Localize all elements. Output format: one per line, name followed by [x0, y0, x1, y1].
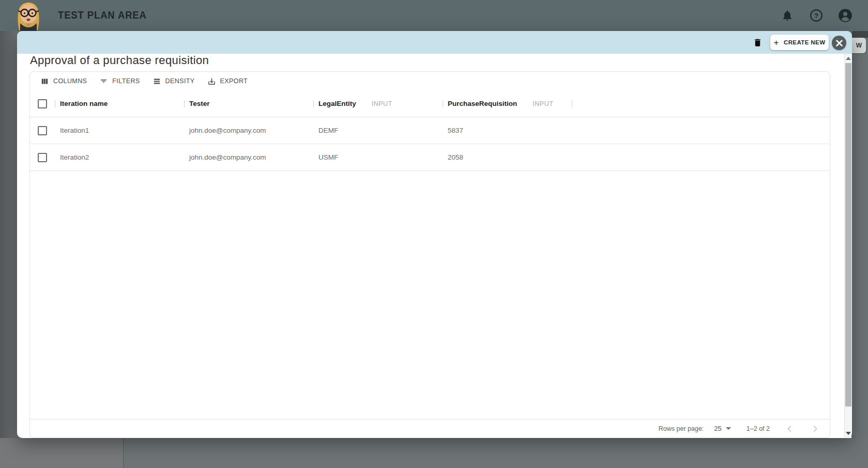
trash-icon: [753, 37, 763, 48]
cell-value: john.doe@company.com: [189, 153, 266, 161]
overlay-scrim-bottom-right: [123, 438, 868, 468]
scrollbar-thumb[interactable]: [845, 63, 851, 407]
filters-button[interactable]: FILTERS: [93, 74, 146, 88]
grid-footer: Rows per page: 25 1–2 of 2: [30, 419, 830, 438]
rows-per-page-value: 25: [714, 425, 721, 432]
cell-iteration-name: Iteration2: [55, 144, 184, 170]
columns-icon: [40, 77, 49, 86]
column-label: LegalEntity: [318, 100, 356, 107]
modal-title: Approval of a purchase requisition: [30, 54, 209, 67]
density-label: DENSITY: [165, 77, 195, 85]
avatar-illustration: [13, 1, 44, 33]
grid-toolbar: COLUMNS FILTERS DENSITY EXPORT: [30, 72, 830, 90]
cell-purchase-requisition: 5837: [443, 117, 572, 144]
export-download-icon: [207, 77, 216, 86]
column-input-badge: INPUT: [532, 100, 553, 107]
cell-value: DEMF: [318, 127, 338, 134]
background-partial-button: W: [852, 38, 866, 53]
table-row[interactable]: Iteration2 john.doe@company.com USMF 205…: [30, 144, 830, 171]
triangle-down-icon: [846, 432, 851, 435]
column-label: Tester: [189, 100, 210, 107]
column-label: PurchaseRequisition: [448, 100, 517, 107]
grid-header-row: Iteration name Tester LegalEntity INPUT …: [30, 90, 830, 117]
previous-page-button[interactable]: [783, 423, 796, 435]
caret-down-icon: [726, 427, 731, 430]
close-icon: [836, 40, 843, 46]
export-label: EXPORT: [220, 77, 248, 85]
density-icon: [153, 77, 161, 86]
header-actions: ?: [780, 0, 852, 31]
rows-per-page-select[interactable]: 25: [714, 425, 730, 432]
notifications-bell-icon[interactable]: [780, 8, 795, 23]
cell-tester: john.doe@company.com: [184, 144, 313, 170]
page-title: TEST PLAN AREA: [58, 9, 147, 21]
overlay-scrim-right: W: [852, 31, 868, 468]
create-new-label: CREATE NEW: [784, 39, 825, 45]
columns-button[interactable]: COLUMNS: [34, 74, 93, 88]
scrollbar-down-arrow[interactable]: [845, 429, 852, 438]
cell-value: USMF: [318, 153, 338, 161]
close-button[interactable]: [832, 36, 846, 50]
cell-tester: john.doe@company.com: [184, 117, 313, 144]
background-partial-button-label: W: [856, 42, 862, 49]
data-grid: COLUMNS FILTERS DENSITY EXPORT: [29, 71, 830, 438]
delete-button[interactable]: [751, 36, 764, 49]
create-new-button[interactable]: + CREATE NEW: [770, 35, 829, 50]
rows-per-page-label: Rows per page:: [659, 425, 704, 432]
filters-label: FILTERS: [112, 77, 140, 85]
export-button[interactable]: EXPORT: [201, 74, 254, 88]
row-checkbox[interactable]: [38, 153, 47, 162]
row-checkbox[interactable]: [38, 126, 47, 135]
background-dark-strip: [852, 31, 868, 38]
column-header-filler: [572, 90, 830, 117]
cell-value: Iteration1: [60, 127, 89, 134]
column-header-legal-entity[interactable]: LegalEntity INPUT: [313, 90, 443, 117]
cell-legal-entity: DEMF: [313, 117, 443, 144]
cell-iteration-name: Iteration1: [55, 117, 184, 144]
app-header: TEST PLAN AREA ?: [0, 0, 868, 31]
cell-value: Iteration2: [60, 153, 89, 161]
next-page-button[interactable]: [809, 423, 821, 435]
row-checkbox-cell: [30, 126, 55, 135]
scrollbar-up-arrow[interactable]: [845, 54, 852, 63]
user-avatar[interactable]: [13, 1, 44, 33]
modal-header-band: + CREATE NEW: [17, 31, 852, 54]
table-row[interactable]: Iteration1 john.doe@company.com DEMF 583…: [30, 117, 830, 144]
test-plan-modal: + CREATE NEW Approval of a purchase requ…: [17, 31, 852, 438]
density-button[interactable]: DENSITY: [146, 74, 201, 88]
cell-purchase-requisition: 2058: [443, 144, 572, 170]
overlay-scrim-bottom-left: [0, 438, 123, 468]
help-icon[interactable]: ?: [809, 8, 824, 23]
row-checkbox-cell: [30, 153, 55, 162]
cell-legal-entity: USMF: [313, 144, 443, 170]
svg-text:?: ?: [814, 12, 818, 20]
header-checkbox-cell: [30, 99, 55, 108]
column-input-badge: INPUT: [372, 100, 392, 107]
select-all-checkbox[interactable]: [38, 99, 47, 108]
plus-icon: +: [774, 38, 779, 47]
column-header-tester[interactable]: Tester: [184, 90, 313, 117]
screen: TEST PLAN AREA ? W +: [0, 0, 868, 468]
cell-value: john.doe@company.com: [189, 127, 266, 134]
vertical-scrollbar[interactable]: [844, 54, 851, 438]
chevron-right-icon: [810, 424, 820, 434]
column-label: Iteration name: [60, 100, 108, 107]
columns-label: COLUMNS: [53, 77, 87, 85]
filters-icon: [99, 77, 108, 86]
cell-value: 2058: [448, 153, 463, 161]
overlay-scrim-left: [0, 31, 17, 468]
triangle-up-icon: [846, 57, 851, 60]
pagination-range: 1–2 of 2: [747, 425, 770, 432]
column-header-iteration-name[interactable]: Iteration name: [55, 90, 184, 117]
cell-value: 5837: [448, 127, 463, 134]
column-header-purchase-requisition[interactable]: PurchaseRequisition INPUT: [443, 90, 572, 117]
chevron-left-icon: [784, 424, 795, 434]
account-icon[interactable]: [838, 8, 852, 23]
